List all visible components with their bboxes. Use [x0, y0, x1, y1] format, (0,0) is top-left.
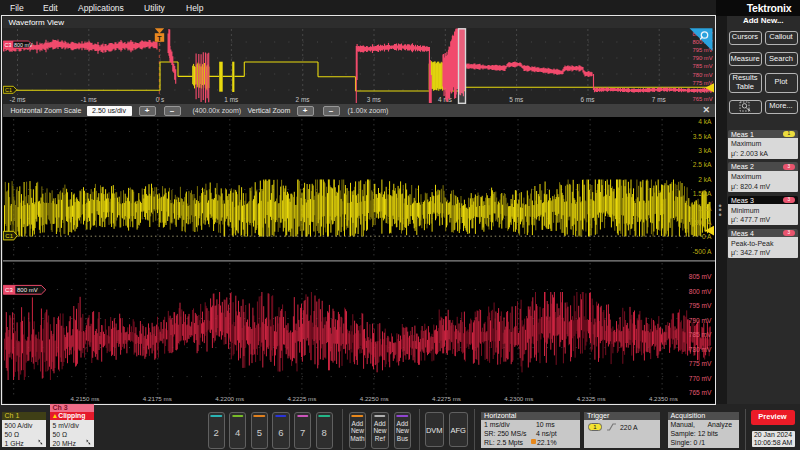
svg-text:4.2225 ms: 4.2225 ms	[287, 395, 316, 402]
svg-text:4.2350 ms: 4.2350 ms	[648, 395, 677, 402]
svg-text:4.2300 ms: 4.2300 ms	[504, 395, 533, 402]
svg-text:C1: C1	[5, 233, 13, 239]
svg-text:2 ms: 2 ms	[295, 96, 309, 103]
svg-text:795 mV: 795 mV	[688, 302, 711, 309]
svg-text:775 mV: 775 mV	[692, 80, 712, 86]
svg-text:4.2325 ms: 4.2325 ms	[576, 395, 605, 402]
svg-text:C3: C3	[5, 287, 13, 293]
svg-text:770 mV: 770 mV	[688, 375, 711, 382]
svg-text:800 mV: 800 mV	[688, 288, 711, 295]
svg-text:4.2250 ms: 4.2250 ms	[359, 395, 388, 402]
svg-text:790 mV: 790 mV	[692, 55, 712, 61]
svg-text:4.2175 ms: 4.2175 ms	[142, 395, 171, 402]
svg-text:805 mV: 805 mV	[688, 273, 711, 280]
svg-text:780 mV: 780 mV	[692, 72, 712, 78]
svg-text:800 mV: 800 mV	[17, 287, 38, 293]
svg-text:765 mV: 765 mV	[692, 96, 712, 102]
svg-text:-2 ms: -2 ms	[9, 96, 25, 103]
svg-text:790 mV: 790 mV	[688, 317, 711, 324]
svg-text:780 mV: 780 mV	[688, 346, 711, 353]
svg-text:3.5 kA: 3.5 kA	[692, 133, 711, 140]
svg-text:4.2275 ms: 4.2275 ms	[432, 395, 461, 402]
svg-text:795 mV: 795 mV	[692, 47, 712, 53]
svg-text:785 mV: 785 mV	[692, 63, 712, 69]
svg-text:5 ms: 5 ms	[509, 96, 523, 103]
svg-text:1 ms: 1 ms	[224, 96, 238, 103]
svg-text:4 kA: 4 kA	[698, 118, 712, 125]
svg-text:765 mV: 765 mV	[688, 389, 711, 396]
svg-text:3 kA: 3 kA	[698, 147, 712, 154]
svg-text:4.2200 ms: 4.2200 ms	[215, 395, 244, 402]
svg-text:C1: C1	[5, 87, 12, 93]
svg-text:1.5 kA: 1.5 kA	[692, 190, 711, 197]
svg-text:7 ms: 7 ms	[651, 96, 665, 103]
svg-text:4.2150 ms: 4.2150 ms	[70, 395, 99, 402]
svg-text:785 mV: 785 mV	[688, 331, 711, 338]
svg-text:T: T	[157, 35, 162, 42]
svg-text:1 kA: 1 kA	[698, 205, 712, 212]
svg-text:500 A: 500 A	[694, 219, 711, 226]
svg-text:2.5 kA: 2.5 kA	[692, 161, 711, 168]
svg-text:3 ms: 3 ms	[366, 96, 380, 103]
svg-text:C3: C3	[4, 42, 11, 48]
svg-text:-500 A: -500 A	[692, 248, 712, 255]
svg-text:775 mV: 775 mV	[688, 360, 711, 367]
svg-text:-1 ms: -1 ms	[80, 96, 96, 103]
svg-text:0 A: 0 A	[701, 233, 711, 240]
svg-text:6 ms: 6 ms	[580, 96, 594, 103]
svg-text:2 kA: 2 kA	[698, 176, 712, 183]
svg-text:800 mV: 800 mV	[14, 42, 33, 48]
svg-text:0 s: 0 s	[155, 96, 164, 103]
